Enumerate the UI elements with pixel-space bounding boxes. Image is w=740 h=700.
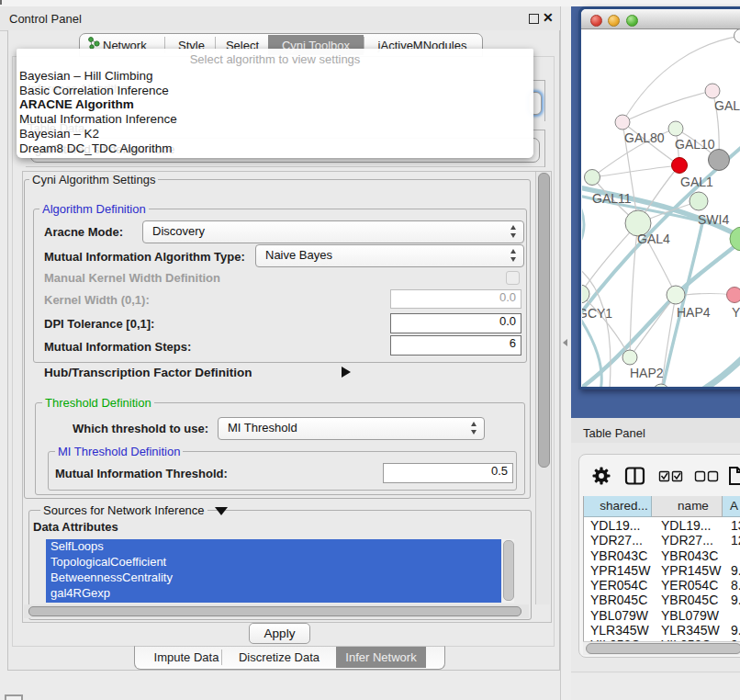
svg-text:Y: Y [732,305,740,320]
svg-text:GCY1: GCY1 [582,306,612,321]
svg-text:GAL1: GAL1 [680,175,713,189]
svg-text:GAL10: GAL10 [675,137,715,152]
svg-text:HAP4: HAP4 [677,305,711,320]
svg-text:GAL7: GAL7 [714,98,740,113]
svg-text:GAL11: GAL11 [592,191,632,206]
svg-text:SWI4: SWI4 [698,212,729,227]
svg-text:GAL80: GAL80 [624,130,665,145]
svg-text:GAL4: GAL4 [637,231,670,246]
svg-text:HAP2: HAP2 [630,366,664,380]
